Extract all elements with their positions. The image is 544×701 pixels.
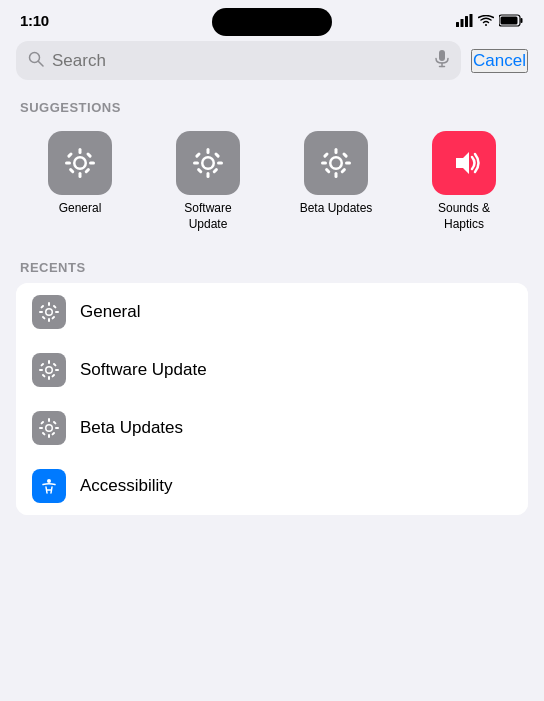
svg-rect-14	[79, 148, 82, 154]
svg-point-23	[204, 159, 213, 168]
svg-rect-5	[521, 18, 523, 23]
svg-rect-20	[69, 168, 75, 174]
svg-rect-25	[207, 172, 210, 178]
svg-rect-1	[461, 19, 464, 27]
svg-rect-36	[321, 162, 327, 165]
suggestion-sounds-haptics[interactable]: Sounds & Haptics	[424, 131, 504, 232]
recents-label: Recents	[0, 248, 544, 283]
suggestion-label-beta-updates: Beta Updates	[300, 201, 373, 217]
suggestion-label-software-update: Software Update	[168, 201, 248, 232]
svg-rect-69	[40, 421, 44, 425]
svg-rect-61	[42, 374, 46, 378]
svg-point-13	[76, 159, 85, 168]
svg-rect-50	[51, 316, 55, 320]
search-bar[interactable]	[16, 41, 461, 80]
svg-rect-30	[197, 168, 203, 174]
svg-rect-19	[84, 168, 90, 174]
suggestion-software-update[interactable]: Software Update	[168, 131, 248, 232]
svg-rect-70	[51, 432, 55, 436]
svg-point-74	[47, 479, 51, 483]
status-bar: 1:10	[0, 0, 544, 33]
recent-icon-beta-updates	[32, 411, 66, 445]
svg-rect-49	[40, 305, 44, 309]
svg-rect-2	[465, 16, 468, 27]
svg-point-33	[332, 159, 341, 168]
svg-rect-3	[470, 14, 473, 27]
svg-rect-0	[456, 22, 459, 27]
recent-icon-general	[32, 295, 66, 329]
svg-point-44	[47, 310, 52, 315]
suggestion-icon-beta-updates	[304, 131, 368, 195]
recent-label-general: General	[80, 302, 140, 322]
search-icon	[28, 51, 44, 70]
cancel-button[interactable]: Cancel	[471, 49, 528, 73]
svg-rect-72	[53, 421, 57, 425]
svg-rect-16	[65, 162, 71, 165]
suggestion-icon-sounds-haptics	[432, 131, 496, 195]
svg-rect-59	[40, 363, 44, 367]
battery-icon	[499, 14, 524, 27]
suggestions-grid: General	[0, 123, 544, 248]
svg-rect-29	[212, 168, 218, 174]
notch	[212, 8, 332, 36]
svg-rect-71	[42, 432, 46, 436]
svg-rect-24	[207, 148, 210, 154]
svg-rect-46	[48, 318, 50, 322]
svg-rect-65	[48, 418, 50, 422]
suggestion-general[interactable]: General	[40, 131, 120, 232]
suggestion-beta-updates[interactable]: Beta Updates	[296, 131, 376, 232]
svg-rect-6	[501, 17, 518, 25]
svg-rect-60	[51, 374, 55, 378]
svg-line-8	[39, 62, 44, 67]
svg-rect-68	[55, 427, 59, 429]
svg-rect-39	[340, 168, 346, 174]
svg-rect-58	[55, 369, 59, 371]
svg-point-64	[47, 426, 52, 431]
search-input[interactable]	[52, 51, 427, 71]
svg-rect-26	[193, 162, 199, 165]
svg-rect-62	[53, 363, 57, 367]
svg-rect-67	[39, 427, 43, 429]
search-bar-container: Cancel	[0, 33, 544, 88]
status-icons	[456, 14, 524, 27]
svg-rect-66	[48, 434, 50, 438]
recents-section: Recents	[0, 248, 544, 515]
svg-rect-37	[345, 162, 351, 165]
svg-rect-51	[42, 316, 46, 320]
suggestions-section: Suggestions	[0, 88, 544, 248]
recent-item-beta-updates[interactable]: Beta Updates	[16, 399, 528, 457]
svg-rect-35	[335, 172, 338, 178]
svg-rect-15	[79, 172, 82, 178]
svg-rect-17	[89, 162, 95, 165]
recent-item-software-update[interactable]: Software Update	[16, 341, 528, 399]
svg-rect-38	[323, 152, 329, 158]
svg-rect-34	[335, 148, 338, 154]
svg-rect-9	[439, 50, 445, 61]
recent-item-accessibility[interactable]: Accessibility	[16, 457, 528, 515]
suggestion-label-general: General	[59, 201, 102, 217]
svg-rect-21	[86, 152, 92, 158]
suggestions-label: Suggestions	[0, 88, 544, 123]
svg-marker-42	[456, 152, 469, 174]
svg-rect-41	[342, 152, 348, 158]
svg-rect-47	[39, 311, 43, 313]
svg-rect-55	[48, 360, 50, 364]
recent-item-general[interactable]: General	[16, 283, 528, 341]
status-time: 1:10	[20, 12, 49, 29]
recent-label-accessibility: Accessibility	[80, 476, 173, 496]
svg-rect-56	[48, 376, 50, 380]
recent-label-software-update: Software Update	[80, 360, 207, 380]
mic-icon[interactable]	[435, 50, 449, 71]
signal-icon	[456, 14, 473, 27]
suggestion-icon-software-update	[176, 131, 240, 195]
wifi-icon	[478, 15, 494, 27]
suggestion-icon-general	[48, 131, 112, 195]
svg-rect-27	[217, 162, 223, 165]
svg-rect-31	[214, 152, 220, 158]
suggestion-label-sounds-haptics: Sounds & Haptics	[424, 201, 504, 232]
recent-label-beta-updates: Beta Updates	[80, 418, 183, 438]
svg-rect-40	[325, 168, 331, 174]
recent-icon-accessibility	[32, 469, 66, 503]
svg-point-54	[47, 368, 52, 373]
svg-rect-48	[55, 311, 59, 313]
